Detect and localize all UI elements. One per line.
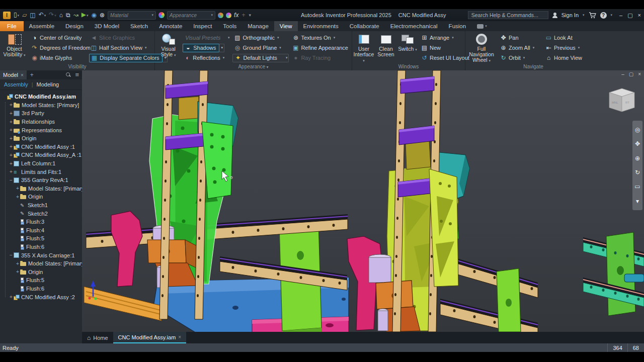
tab-home[interactable]: ⌂ Home xyxy=(82,332,113,343)
tree-item[interactable]: +Representations xyxy=(0,126,82,134)
home-view-button[interactable]: Home View xyxy=(543,53,596,63)
material-dropdown[interactable]: Material▾ xyxy=(108,11,156,20)
parameters-fx-icon[interactable]: fx xyxy=(234,12,238,19)
right-gantry-tower[interactable] xyxy=(347,70,469,332)
zoom-icon[interactable]: ⊕ xyxy=(635,155,640,161)
tree-expander[interactable]: + xyxy=(9,119,14,125)
tree-item[interactable]: +Left Column:1 xyxy=(0,159,82,168)
tree-expander[interactable]: − xyxy=(9,252,14,258)
new-file-icon[interactable]: ▯▾ xyxy=(13,11,20,19)
tree-expander[interactable]: + xyxy=(9,111,14,116)
ground-plane-button[interactable]: Ground Plane▾ xyxy=(231,43,290,53)
save-icon[interactable]: ◫ xyxy=(29,12,36,19)
tree-expander[interactable]: + xyxy=(9,161,14,166)
tree-expander[interactable]: + xyxy=(9,102,14,108)
ribbon-tab-annotate[interactable]: Annotate xyxy=(153,21,188,31)
tree-item[interactable]: Sketch2 xyxy=(0,209,82,218)
tree-item[interactable]: CNC Modified Assy.iam xyxy=(0,93,82,101)
tree-item[interactable]: +Origin xyxy=(0,134,82,143)
new-window-button[interactable]: New xyxy=(419,43,465,53)
ribbon-tab-fusion[interactable]: Fusion xyxy=(443,21,472,31)
ribbon-tab-design[interactable]: Design xyxy=(60,21,89,31)
home-icon[interactable]: ⌂ xyxy=(59,12,63,19)
reflections-button[interactable]: Reflections▾ xyxy=(182,53,231,63)
tree-item[interactable]: +3rd Party xyxy=(0,109,82,118)
visibility-panel-label[interactable]: Visibility xyxy=(0,64,154,70)
arrange-button[interactable]: Arrange▾ xyxy=(419,33,465,43)
redo-icon[interactable]: ↷▾ xyxy=(48,11,57,19)
tree-expander[interactable]: + xyxy=(15,194,20,200)
shadows-button[interactable]: Shadows▾ xyxy=(182,43,231,53)
tree-item[interactable]: +Model States: [Primary] xyxy=(0,185,82,193)
add-command-icon[interactable]: + xyxy=(241,12,246,19)
tree-item[interactable]: −355 X Axis Carriage:1 xyxy=(0,251,82,259)
pan-button[interactable]: Pan xyxy=(498,33,543,43)
tree-expander[interactable]: + xyxy=(15,269,20,275)
doc-close-button[interactable]: × xyxy=(638,71,641,77)
viewport-3d-model[interactable]: ⚙ MNL RT xyxy=(82,70,644,332)
derive-icon[interactable]: ↝ xyxy=(73,12,79,19)
tab-assembly[interactable]: Assembly xyxy=(4,81,28,87)
tree-item[interactable]: +Model States: [Primary] xyxy=(0,101,82,110)
appearance-dropdown[interactable]: Appearance▾ xyxy=(167,11,215,20)
half-section-view-button[interactable]: Half Section View▾ xyxy=(88,43,154,53)
look-at-button[interactable]: Look At xyxy=(543,33,596,43)
tree-item[interactable]: +Origin xyxy=(0,267,82,276)
appearance-panel-label[interactable]: Appearance xyxy=(155,64,352,70)
select-icon[interactable]: ▶▾ xyxy=(81,11,89,19)
tree-item[interactable]: +CNC Modified Assy :1 xyxy=(0,143,82,151)
textures-on-button[interactable]: Textures On▾ xyxy=(290,33,352,43)
inventor-logo[interactable]: I xyxy=(3,12,11,19)
adjust-appearance-icon[interactable] xyxy=(218,13,223,18)
ribbon-tab-environments[interactable]: Environments xyxy=(298,21,344,31)
tree-expander[interactable]: + xyxy=(9,136,14,141)
tree-item[interactable]: Flush:6 xyxy=(0,285,82,293)
doc-minimize-button[interactable]: – xyxy=(621,71,624,77)
ribbon-tab-collaborate[interactable]: Collaborate xyxy=(344,21,385,31)
copy-doc-icon[interactable]: ⧉ xyxy=(65,12,71,19)
close-icon[interactable]: × xyxy=(178,334,181,340)
close-icon[interactable]: × xyxy=(21,72,24,78)
reset-ui-layout-button[interactable]: Reset UI Layout xyxy=(419,53,465,63)
visual-style-button[interactable]: Visual Style ▾ xyxy=(155,31,182,64)
tree-expander[interactable]: + xyxy=(9,152,14,158)
full-navigation-wheel-button[interactable]: Full Navigation Wheel ▾ xyxy=(465,31,498,64)
doc-restore-button[interactable]: ▢ xyxy=(629,71,633,77)
orthographic-button[interactable]: Orthographic▾ xyxy=(231,33,290,43)
open-folder-icon[interactable]: ▱ xyxy=(22,12,27,19)
user-interface-button[interactable]: User Interface ▾ xyxy=(352,31,375,64)
tab-active-document[interactable]: CNC Modified Assy.iam × xyxy=(113,332,187,343)
clear-appearance-icon[interactable] xyxy=(226,13,231,18)
tree-expander[interactable]: + xyxy=(9,294,14,300)
ribbon-tab-assemble[interactable]: Assemble xyxy=(24,21,60,31)
media-tab-icon[interactable]: ▾ xyxy=(471,21,493,31)
tree-expander[interactable]: + xyxy=(9,127,14,133)
navigation-bar[interactable]: ◎✥⊕↻▭▾ xyxy=(632,121,642,210)
more-tools-icon[interactable]: ▾ xyxy=(636,198,639,204)
search-icon[interactable] xyxy=(66,72,71,77)
graphics-viewport[interactable]: – ▢ × ◎✥⊕↻▭▾ xyxy=(82,70,644,332)
ribbon-tab-3d-model[interactable]: 3D Model xyxy=(89,21,125,31)
tree-item[interactable]: Sketch1 xyxy=(0,201,82,210)
tree-expander[interactable]: + xyxy=(15,186,20,191)
ribbon-tab-sketch[interactable]: Sketch xyxy=(125,21,153,31)
previous-view-button[interactable]: Previous▾ xyxy=(543,43,596,53)
help-chevron-icon[interactable]: ▾ xyxy=(611,13,613,17)
tree-item[interactable]: Flush:4 xyxy=(0,226,82,235)
tree-item[interactable]: +Limits and Fits:1 xyxy=(0,167,82,176)
tree-item[interactable]: +Model States: [Primary] xyxy=(0,259,82,268)
color-wheel-icon[interactable] xyxy=(158,12,165,18)
display-separate-colors-button[interactable]: Display Separate Colors▾ xyxy=(88,53,154,63)
tree-item[interactable]: +CNC Modified Assy :2 xyxy=(0,293,82,301)
tree-expander[interactable]: + xyxy=(9,144,14,149)
close-button[interactable]: × xyxy=(638,12,641,19)
add-browser-tab-button[interactable]: + xyxy=(27,71,37,78)
orbit-icon[interactable]: ↻ xyxy=(635,169,640,175)
view-cube[interactable]: MNL RT xyxy=(609,88,634,112)
sign-in-chevron-icon[interactable]: ▾ xyxy=(583,13,585,17)
tree-item[interactable]: +CNC Modified Assy_A :1 xyxy=(0,151,82,159)
object-visibility-button[interactable]: Object Visibility ▾ xyxy=(0,31,29,64)
web-sphere-icon[interactable]: ⊛ xyxy=(99,12,105,19)
customize-qat-icon[interactable]: ▾ xyxy=(248,12,252,19)
undo-icon[interactable]: ↶▾ xyxy=(38,11,47,19)
